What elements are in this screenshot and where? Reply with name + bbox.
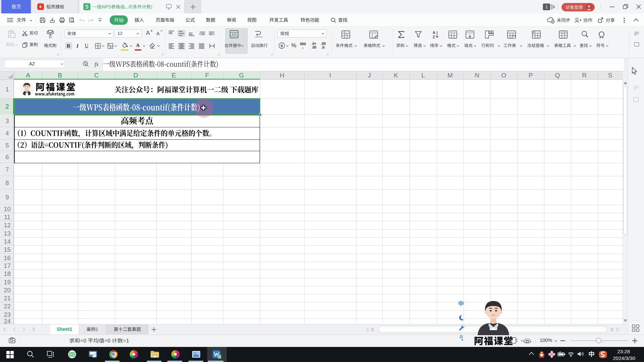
svg-text:1: 1 <box>545 4 548 9</box>
svg-text:A: A <box>433 31 435 35</box>
svg-text:Z: Z <box>433 35 435 39</box>
